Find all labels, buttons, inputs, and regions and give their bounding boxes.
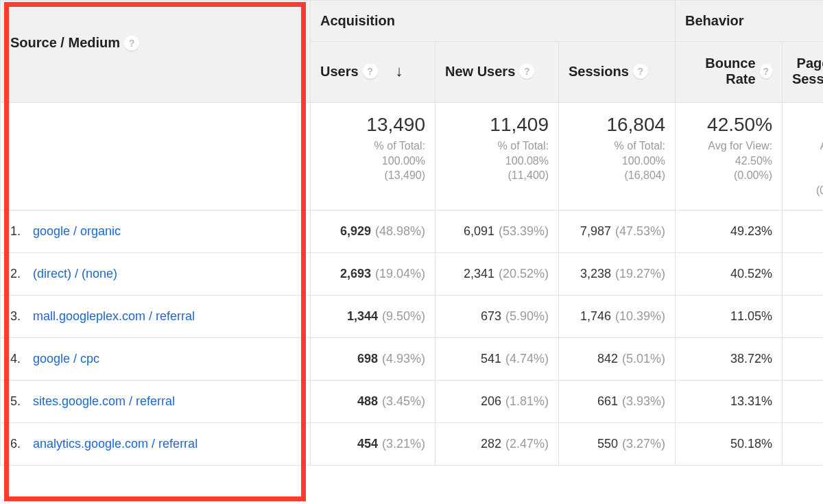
cell-new-users: 2,341(20.52%) (436, 253, 559, 296)
pct: (48.98%) (375, 224, 425, 238)
cell-new-users: 6,091(53.39%) (436, 211, 559, 253)
value: 206 (481, 394, 501, 408)
table-row: 2. (direct) / (none) 2,693(19.04%) 2,341… (1, 253, 824, 296)
pct: (47.53%) (615, 224, 665, 238)
group-behavior: Behavior (676, 1, 823, 42)
row-index: 3. (10, 309, 29, 324)
cell-users: 6,929(48.98%) (311, 211, 436, 253)
total-sub: % of Total:100.08%(11,400) (445, 139, 549, 183)
cell-sessions: 3,238(19.27%) (559, 253, 676, 296)
value: 13.31% (730, 394, 772, 408)
dimension-header[interactable]: Source / Medium ? (1, 1, 311, 103)
cell-users: 454(3.21%) (311, 423, 436, 466)
total-value: 42.50% (685, 114, 772, 136)
value: 661 (597, 394, 618, 408)
total-sub: % of Total:100.00%(13,490) (320, 139, 425, 183)
cell-new-users: 541(4.74%) (436, 338, 559, 381)
cell-pps: 4 (783, 338, 823, 381)
pct: (20.52%) (499, 267, 549, 280)
sort-desc-icon: ↓ (396, 62, 403, 80)
col-sessions-label: Sessions (569, 64, 629, 80)
value: 454 (357, 437, 378, 451)
cell-sessions: 661(3.93%) (559, 381, 676, 423)
col-pages-per-session[interactable]: Pages / Session ? (783, 42, 823, 103)
col-new-users-label: New Users (445, 64, 515, 80)
cell-sessions: 7,987(47.53%) (559, 211, 676, 253)
help-icon[interactable]: ? (363, 64, 378, 79)
value: 1,746 (580, 309, 611, 323)
value: 2,693 (340, 267, 371, 280)
total-sessions: 16,804 % of Total:100.00%(16,804) (559, 103, 676, 211)
cell-users: 1,344(9.50%) (311, 296, 436, 338)
cell-bounce: 11.05% (676, 296, 783, 338)
total-value: 11,409 (445, 114, 549, 136)
pct: (4.93%) (382, 352, 425, 365)
cell-users: 488(3.45%) (311, 381, 436, 423)
value: 488 (357, 394, 378, 408)
value: 1,344 (347, 309, 378, 323)
dimension-cell: 1. google / organic (1, 211, 311, 253)
pct: (3.93%) (622, 394, 665, 408)
pct: (19.04%) (375, 267, 425, 280)
cell-new-users: 282(2.47%) (436, 423, 559, 466)
cell-sessions: 842(5.01%) (559, 338, 676, 381)
help-icon[interactable]: ? (633, 64, 648, 79)
row-index: 1. (10, 224, 29, 239)
total-sub: Avg for View:4.0(0.00%) (792, 139, 823, 197)
cell-bounce: 49.23% (676, 211, 783, 253)
value: 50.18% (730, 437, 772, 451)
value: 282 (481, 437, 501, 451)
total-new-users: 11,409 % of Total:100.08%(11,400) (436, 103, 559, 211)
value: 842 (597, 352, 618, 365)
row-index: 4. (10, 352, 29, 366)
total-value: 16,804 (569, 114, 665, 136)
cell-pps: 8 (783, 296, 823, 338)
help-icon[interactable]: ? (760, 64, 772, 79)
col-users-label: Users (320, 64, 359, 80)
value: 550 (597, 437, 618, 451)
col-bounce-label: Bounce Rate (685, 56, 756, 87)
source-medium-link[interactable]: (direct) / (none) (33, 267, 117, 280)
cell-pps: 6 (783, 381, 823, 423)
pct: (1.81%) (505, 394, 549, 408)
totals-row: 13,490 % of Total:100.00%(13,490) 11,409… (1, 103, 824, 211)
total-users: 13,490 % of Total:100.00%(13,490) (311, 103, 436, 211)
value: 11.05% (730, 309, 772, 323)
cell-bounce: 40.52% (676, 253, 783, 296)
source-medium-link[interactable]: mall.googleplex.com / referral (33, 309, 195, 323)
dimension-cell: 4. google / cpc (1, 338, 311, 381)
cell-bounce: 13.31% (676, 381, 783, 423)
source-medium-link[interactable]: sites.google.com / referral (33, 394, 175, 408)
table-row: 6. analytics.google.com / referral 454(3… (1, 423, 824, 466)
help-icon[interactable]: ? (124, 36, 139, 51)
col-users[interactable]: Users ? ↓ (311, 42, 436, 103)
col-sessions[interactable]: Sessions ? (559, 42, 676, 103)
source-medium-link[interactable]: google / organic (33, 224, 121, 238)
cell-users: 698(4.93%) (311, 338, 436, 381)
cell-sessions: 550(3.27%) (559, 423, 676, 466)
pct: (3.27%) (622, 437, 665, 451)
pct: (2.47%) (505, 437, 549, 451)
col-bounce-rate[interactable]: Bounce Rate ? (676, 42, 783, 103)
pct: (5.90%) (505, 309, 549, 323)
value: 541 (481, 352, 501, 365)
dimension-label: Source / Medium (10, 35, 120, 51)
cell-pps: 4 (783, 253, 823, 296)
table-row: 1. google / organic 6,929(48.98%) 6,091(… (1, 211, 824, 253)
pct: (19.27%) (615, 267, 665, 280)
pct: (4.74%) (505, 352, 549, 365)
total-pages-per-session: 4.0 Avg for View:4.0(0.00%) (783, 103, 823, 211)
pct: (10.39%) (615, 309, 665, 323)
cell-sessions: 1,746(10.39%) (559, 296, 676, 338)
table-row: 3. mall.googleplex.com / referral 1,344(… (1, 296, 824, 338)
table-row: 5. sites.google.com / referral 488(3.45%… (1, 381, 824, 423)
value: 38.72% (730, 352, 772, 365)
value: 40.52% (730, 267, 772, 280)
cell-bounce: 50.18% (676, 423, 783, 466)
help-icon[interactable]: ? (519, 64, 534, 79)
pct: (3.45%) (382, 394, 425, 408)
source-medium-link[interactable]: analytics.google.com / referral (33, 437, 198, 451)
col-new-users[interactable]: New Users ? (436, 42, 559, 103)
source-medium-link[interactable]: google / cpc (33, 352, 99, 365)
row-index: 6. (10, 437, 29, 451)
